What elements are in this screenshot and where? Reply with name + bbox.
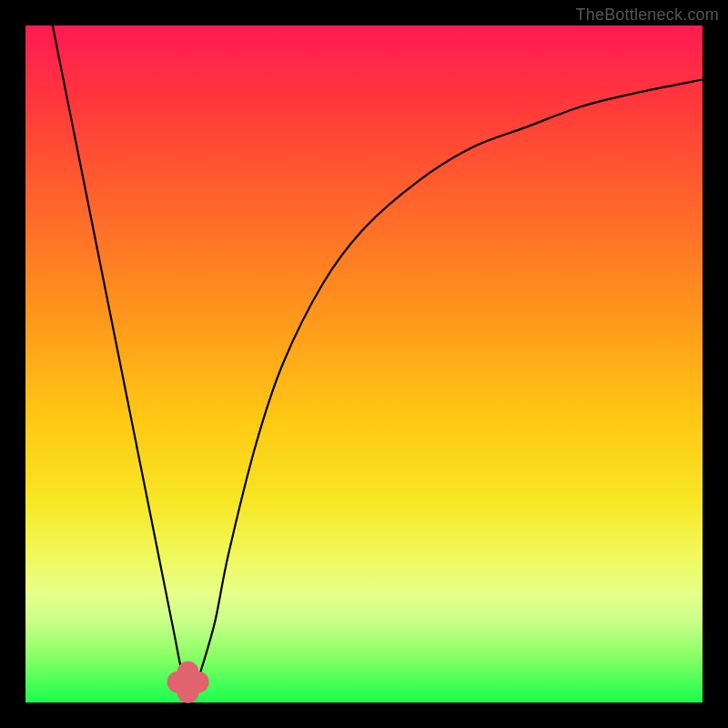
curve-svg — [25, 25, 703, 703]
plot-area — [25, 25, 703, 703]
min-marker-top — [177, 662, 199, 683]
chart-frame: TheBottleneck.com — [0, 0, 728, 728]
bottleneck-curve — [53, 25, 703, 692]
watermark-text: TheBottleneck.com — [576, 5, 719, 25]
